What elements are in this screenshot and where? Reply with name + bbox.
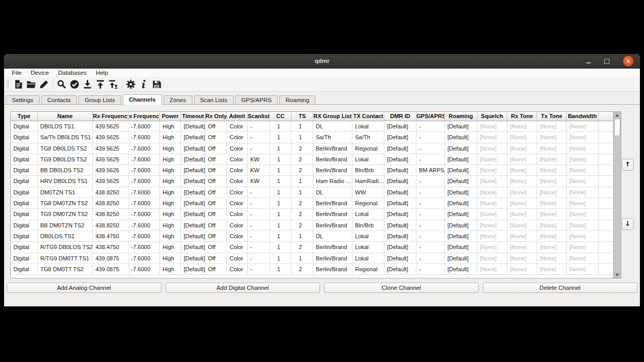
table-cell[interactable]: Berlin/Brand xyxy=(313,242,352,252)
table-cell[interactable]: [Default] xyxy=(384,165,416,175)
col-header-tx-tone[interactable]: Tx Tone xyxy=(537,112,567,121)
table-cell[interactable]: Digital xyxy=(11,132,38,142)
table-cell[interactable]: [Default] xyxy=(384,220,416,231)
add-analog-channel-button[interactable]: Add Analog Channel xyxy=(7,283,162,293)
table-cell[interactable]: [Default] xyxy=(384,154,416,164)
table-cell[interactable]: Bln/Brb xyxy=(352,165,384,175)
table-cell[interactable]: - xyxy=(248,143,270,154)
new-codeplug-icon[interactable] xyxy=(12,78,24,90)
table-row[interactable]: DigitalHRV DB0LDS TS1439.5625-7.6000High… xyxy=(11,176,614,187)
table-cell[interactable]: [None] xyxy=(477,198,507,208)
table-cell[interactable]: Off xyxy=(205,231,227,241)
table-cell[interactable]: [Default] xyxy=(181,242,205,252)
table-cell[interactable]: TG8 DM0TT TS2 xyxy=(38,264,93,274)
table-cell[interactable]: [Default] xyxy=(445,264,477,274)
table-cell[interactable]: -7.6000 xyxy=(128,154,160,164)
table-cell[interactable]: 438.4750 xyxy=(93,242,128,252)
add-digital-channel-button[interactable]: Add Digital Channel xyxy=(166,283,320,293)
table-cell[interactable]: [None] xyxy=(507,165,537,175)
verify-codeplug-icon[interactable] xyxy=(69,78,81,90)
table-cell[interactable]: [None] xyxy=(537,231,567,241)
table-cell[interactable]: Color xyxy=(227,209,248,219)
scroll-down-arrow[interactable] xyxy=(614,272,621,278)
table-cell[interactable]: 438.4750 xyxy=(93,231,128,241)
table-cell[interactable]: [Default] xyxy=(445,165,477,175)
col-header-rx-frequency[interactable]: Rx Frequency xyxy=(93,112,128,121)
table-cell[interactable]: [Default] xyxy=(384,121,416,131)
table-cell[interactable]: [Default] xyxy=(384,264,416,274)
table-cell[interactable]: -7.6000 xyxy=(128,198,160,208)
table-cell[interactable]: - xyxy=(416,242,445,252)
table-cell[interactable]: [Default] xyxy=(384,132,416,142)
table-cell[interactable]: [Default] xyxy=(181,220,205,231)
table-cell[interactable]: [None] xyxy=(477,264,507,274)
table-cell[interactable]: [Default] xyxy=(181,176,205,186)
table-cell[interactable]: KW xyxy=(248,154,270,164)
table-cell[interactable]: 2 xyxy=(292,143,313,154)
table-cell[interactable]: 1 xyxy=(270,165,292,175)
table-cell[interactable]: Digital xyxy=(11,231,38,241)
col-header-ts[interactable]: TS xyxy=(292,112,313,121)
table-cell[interactable]: 1 xyxy=(270,209,292,219)
table-cell[interactable]: Berlin/Brand xyxy=(313,220,352,231)
table-cell[interactable]: Off xyxy=(205,187,227,198)
table-row[interactable]: DigitalTG8 DM0TT TS2439.0875-7.6000High[… xyxy=(11,264,614,275)
delete-channel-button[interactable]: Delete Channel xyxy=(483,283,638,293)
table-cell[interactable]: [Default] xyxy=(181,121,205,131)
table-cell[interactable]: [None] xyxy=(507,121,537,131)
table-cell[interactable]: [None] xyxy=(477,165,507,175)
table-cell[interactable]: - xyxy=(248,132,270,142)
table-cell[interactable]: 1 xyxy=(270,264,292,274)
table-cell[interactable]: -7.6000 xyxy=(128,220,160,231)
col-header-timeout[interactable]: Timeout xyxy=(181,112,205,121)
table-cell[interactable]: Color xyxy=(227,264,248,274)
table-cell[interactable]: 1 xyxy=(270,198,292,208)
table-cell[interactable]: Regional xyxy=(352,264,384,274)
table-cell[interactable]: High xyxy=(160,198,181,208)
table-row[interactable]: DigitalDB0LDS TS1439.5625-7.6000High[Def… xyxy=(11,121,614,132)
table-cell[interactable]: Lokal xyxy=(352,209,384,219)
table-cell[interactable]: Off xyxy=(205,121,227,131)
col-header-power[interactable]: Power xyxy=(160,112,181,121)
settings-icon[interactable] xyxy=(125,78,137,90)
table-cell[interactable]: - xyxy=(416,187,445,198)
table-cell[interactable]: Lokal xyxy=(352,253,384,264)
table-cell[interactable]: WW xyxy=(352,187,384,198)
table-cell[interactable]: [None] xyxy=(477,187,507,198)
table-cell[interactable]: [Default] xyxy=(181,253,205,264)
table-cell[interactable]: DB0LDS TS1 xyxy=(38,121,93,131)
table-cell[interactable]: 439.0875 xyxy=(93,253,128,264)
table-cell[interactable]: 439.5625 xyxy=(93,176,128,186)
maximize-icon[interactable] xyxy=(604,59,609,64)
table-cell[interactable]: Berlin/Brand xyxy=(313,253,352,264)
table-cell[interactable]: - xyxy=(416,264,445,274)
table-cell[interactable]: [None] xyxy=(537,209,567,219)
table-cell[interactable]: [Default] xyxy=(445,198,477,208)
table-cell[interactable]: [None] xyxy=(507,209,537,219)
table-cell[interactable]: [None] xyxy=(537,253,567,264)
table-cell[interactable]: Berlin/Brand xyxy=(313,143,352,154)
menu-item-help[interactable]: Help xyxy=(91,69,113,77)
table-cell[interactable]: Color xyxy=(227,176,248,186)
table-cell[interactable]: 438.8250 xyxy=(93,209,128,219)
col-header-gps-aprs[interactable]: GPS/APRS xyxy=(416,112,445,121)
inspect-codeplug-icon[interactable] xyxy=(56,78,68,90)
table-cell[interactable]: - xyxy=(416,132,445,142)
table-cell[interactable]: [None] xyxy=(477,242,507,252)
table-cell[interactable]: Off xyxy=(205,143,227,154)
table-cell[interactable]: Color xyxy=(227,165,248,175)
table-cell[interactable]: [None] xyxy=(537,121,567,131)
table-cell[interactable]: High xyxy=(160,253,181,264)
table-cell[interactable]: Digital xyxy=(11,264,38,274)
edit-codeplug-icon[interactable] xyxy=(38,78,50,90)
table-cell[interactable]: [None] xyxy=(567,264,599,274)
tab-zones[interactable]: Zones xyxy=(164,95,192,104)
about-icon[interactable] xyxy=(138,78,150,90)
table-cell[interactable]: [None] xyxy=(477,121,507,131)
table-cell[interactable]: 439.5625 xyxy=(93,154,128,164)
table-cell[interactable]: HamRadi… xyxy=(352,176,384,186)
table-cell[interactable]: [Default] xyxy=(445,209,477,219)
table-cell[interactable]: Sa/Th DB0LDS TS1 xyxy=(38,132,93,142)
table-cell[interactable]: [None] xyxy=(567,121,599,131)
table-cell[interactable]: Lokal xyxy=(352,242,384,252)
